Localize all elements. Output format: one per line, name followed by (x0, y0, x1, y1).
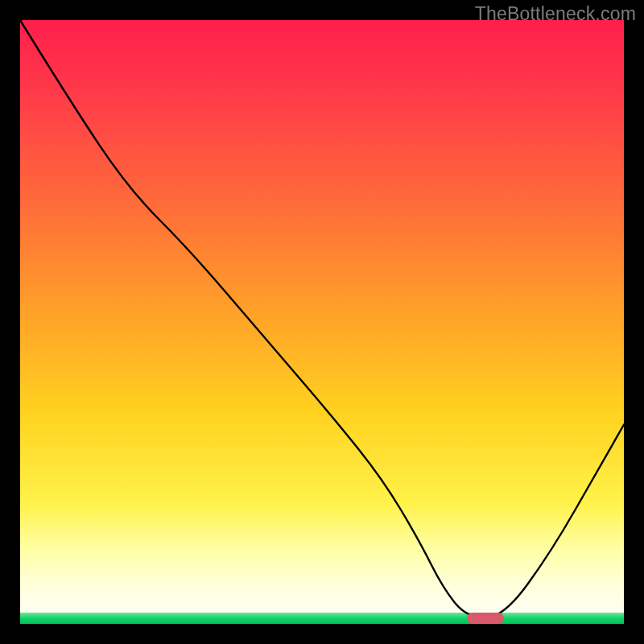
optimal-marker (467, 613, 504, 624)
watermark-text: TheBottleneck.com (475, 3, 636, 25)
chart-frame: TheBottleneck.com (0, 0, 644, 644)
bottleneck-curve (20, 20, 624, 624)
